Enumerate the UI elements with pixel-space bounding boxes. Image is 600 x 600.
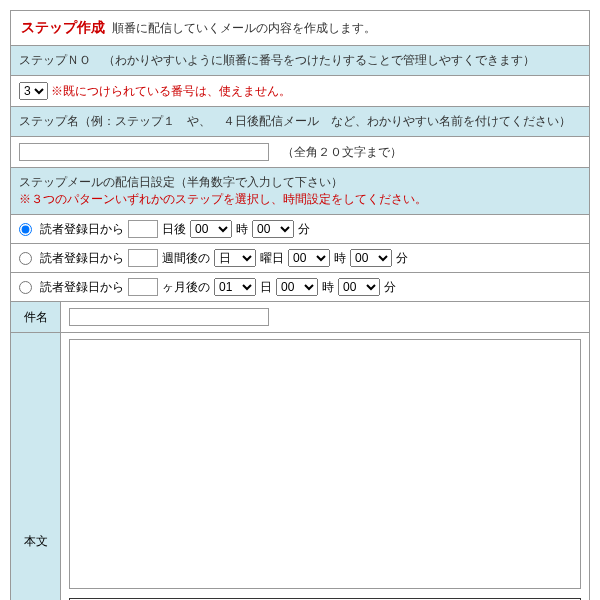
form-header: ステップ作成 順番に配信していくメールの内容を作成します。: [11, 11, 589, 46]
schedule-radio-3[interactable]: [19, 281, 32, 294]
body-row: 本文 ●本文自動挿入できる文字 左の を本文にいれておくと右にあるパラメータが挿…: [11, 333, 589, 600]
body-textarea[interactable]: [69, 339, 581, 589]
schedule-header: ステップメールの配信日設定（半角数字で入力して下さい） ※３つのパターンいずれか…: [11, 168, 589, 215]
schedule-header1: ステップメールの配信日設定（半角数字で入力して下さい）: [19, 174, 581, 191]
schedule-opt2-weeks[interactable]: [128, 249, 158, 267]
schedule-opt3: 読者登録日から ヶ月後の 01 日 00 時 00 分: [11, 273, 589, 302]
schedule-opt1-label: 読者登録日から: [40, 221, 124, 238]
body-label: 本文: [11, 333, 61, 600]
stepno-label-row: ステップＮＯ （わかりやすいように順番に番号をつけたりすることで管理しやすくでき…: [11, 46, 589, 76]
schedule-opt3-min[interactable]: 00: [338, 278, 380, 296]
subject-row: 件名: [11, 302, 589, 333]
subject-input[interactable]: [69, 308, 269, 326]
stepno-input-row: 3 ※既につけられている番号は、使えません。: [11, 76, 589, 107]
schedule-opt2-min[interactable]: 00: [350, 249, 392, 267]
stepname-input[interactable]: [19, 143, 269, 161]
schedule-radio-1[interactable]: [19, 223, 32, 236]
schedule-opt3-months[interactable]: [128, 278, 158, 296]
schedule-opt2-label: 読者登録日から: [40, 250, 124, 267]
schedule-opt1-min[interactable]: 00: [252, 220, 294, 238]
schedule-opt2-hour[interactable]: 00: [288, 249, 330, 267]
schedule-opt3-hour[interactable]: 00: [276, 278, 318, 296]
stepname-note: （全角２０文字まで）: [282, 144, 402, 161]
schedule-header2: ※３つのパターンいずれかのステップを選択し、時間設定をしてください。: [19, 191, 581, 208]
stepno-note: ※既につけられている番号は、使えません。: [51, 84, 291, 98]
stepno-select[interactable]: 3: [19, 82, 48, 100]
schedule-opt3-day[interactable]: 01: [214, 278, 256, 296]
form-title: ステップ作成: [21, 19, 105, 35]
step-form: ステップ作成 順番に配信していくメールの内容を作成します。 ステップＮＯ （わか…: [10, 10, 590, 600]
schedule-opt3-label: 読者登録日から: [40, 279, 124, 296]
schedule-opt1-days[interactable]: [128, 220, 158, 238]
stepname-input-row: （全角２０文字まで）: [11, 137, 589, 168]
schedule-opt1-hour[interactable]: 00: [190, 220, 232, 238]
form-desc: 順番に配信していくメールの内容を作成します。: [112, 21, 376, 35]
stepname-label-row: ステップ名（例：ステップ１ や、 ４日後配信メール など、わかりやすい名前を付け…: [11, 107, 589, 137]
schedule-opt2: 読者登録日から 週間後の 日 曜日 00 時 00 分: [11, 244, 589, 273]
schedule-radio-2[interactable]: [19, 252, 32, 265]
schedule-opt1: 読者登録日から 日後 00 時 00 分: [11, 215, 589, 244]
schedule-opt2-weekday[interactable]: 日: [214, 249, 256, 267]
subject-label: 件名: [11, 302, 61, 332]
